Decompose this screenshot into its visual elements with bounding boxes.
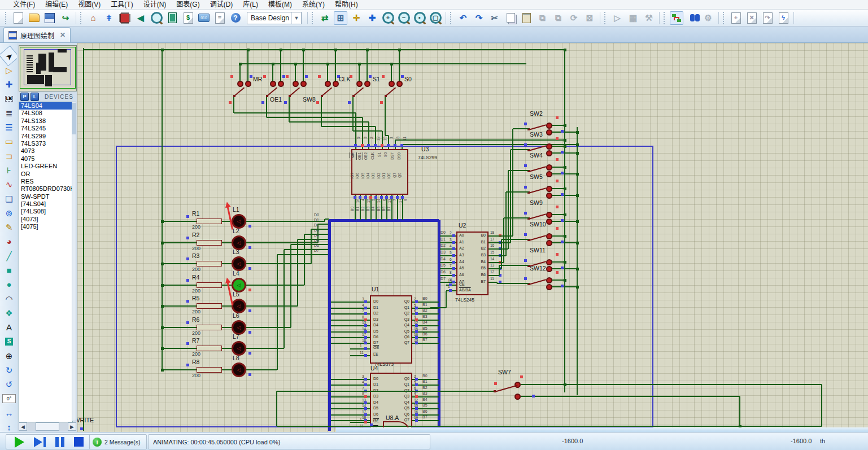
- block-move-icon[interactable]: ⧉: [551, 11, 565, 25]
- switch-SW10[interactable]: [525, 230, 565, 247]
- device-list-item[interactable]: RT0805DRD0730K: [19, 185, 72, 193]
- buses-mode-icon[interactable]: ☰: [2, 120, 16, 135]
- dropdown-arrow-icon[interactable]: ▼: [291, 12, 301, 24]
- menu-item-10[interactable]: 帮助(H): [330, 0, 363, 9]
- symbol-2d-mode-icon[interactable]: S: [2, 334, 16, 349]
- menu-item-1[interactable]: 编辑(E): [40, 0, 73, 9]
- led-L3[interactable]: ◁: [232, 256, 246, 271]
- tab-close-icon[interactable]: ✕: [60, 31, 66, 39]
- resistor-R6[interactable]: [197, 325, 222, 330]
- led-L7[interactable]: ◁: [232, 341, 246, 356]
- canvas-bottom-strip[interactable]: [336, 427, 868, 432]
- junction-dot-mode-icon[interactable]: ✚: [2, 77, 16, 92]
- switch-SW5[interactable]: [525, 182, 565, 199]
- rotate-cw-icon[interactable]: ↻: [2, 363, 16, 378]
- device-list-item[interactable]: LED-GREEN: [19, 163, 72, 170]
- electrical-rule-check-icon[interactable]: ϟ: [777, 11, 790, 25]
- property-assignment-icon[interactable]: ⚙: [701, 11, 715, 25]
- pcb-layout-icon[interactable]: [118, 11, 132, 25]
- led-L8[interactable]: ◁: [232, 362, 246, 377]
- marker-2d-mode-icon[interactable]: ⊕: [2, 348, 16, 363]
- device-list-item[interactable]: 74LS245: [19, 125, 72, 132]
- device-list-item[interactable]: SW-SPDT: [19, 193, 72, 200]
- device-list[interactable]: 74LS0474LS0874LS13874LS24574LS29974LS373…: [19, 102, 73, 422]
- import-project-icon[interactable]: ↪: [59, 11, 72, 25]
- scroll-right-button[interactable]: ▶: [68, 422, 76, 431]
- resistor-R5[interactable]: [197, 303, 222, 309]
- design-selector-dropdown[interactable]: Base Design▼: [247, 12, 302, 24]
- message-count[interactable]: 2 Message(s): [104, 439, 141, 445]
- panel-scroll-thumb[interactable]: [36, 422, 59, 431]
- switch-SW12[interactable]: [525, 274, 565, 291]
- device-list-item[interactable]: [4075]: [19, 223, 72, 230]
- resistor-R1[interactable]: [197, 219, 222, 224]
- zoom-out-icon[interactable]: −: [397, 11, 411, 25]
- device-list-item[interactable]: [74LS04]: [19, 200, 72, 208]
- menu-item-8[interactable]: 模板(M): [263, 0, 297, 9]
- device-list-item[interactable]: 74LS08: [19, 110, 72, 117]
- new-sheet-icon[interactable]: +: [729, 11, 743, 25]
- design-explorer-icon[interactable]: [165, 11, 179, 25]
- panel-horizontal-scrollbar[interactable]: ◀ ▶: [19, 422, 76, 431]
- cut-icon[interactable]: ✂: [488, 11, 501, 25]
- open-design-icon[interactable]: [27, 11, 41, 25]
- pick-device-icon[interactable]: ▷: [610, 11, 624, 25]
- redraw-icon[interactable]: ⇄: [318, 11, 332, 25]
- save-design-icon[interactable]: [43, 11, 56, 25]
- pan-icon[interactable]: ✚: [365, 11, 379, 25]
- box-2d-mode-icon[interactable]: ■: [2, 263, 16, 278]
- grid-toggle-icon[interactable]: ⊞: [334, 11, 347, 25]
- device-list-scrollbar[interactable]: [72, 102, 76, 421]
- menu-item-3[interactable]: 工具(T): [106, 0, 138, 9]
- overview-minimap[interactable]: [19, 45, 77, 91]
- menu-item-6[interactable]: 调试(D): [205, 0, 238, 9]
- wire-label-mode-icon[interactable]: LB: [2, 91, 16, 106]
- resistor-R3[interactable]: [197, 261, 222, 266]
- component-mode-icon[interactable]: ▷: [2, 63, 16, 77]
- text-script-mode-icon[interactable]: ≣: [2, 106, 16, 120]
- decompose-icon[interactable]: ⚒: [642, 11, 656, 25]
- gerber-viewer-icon[interactable]: [150, 11, 163, 25]
- menu-item-2[interactable]: 视图(V): [73, 0, 106, 9]
- wire-autorouter-icon[interactable]: [670, 11, 683, 25]
- line-2d-mode-icon[interactable]: ╱: [2, 248, 16, 263]
- 3d-visualizer-icon[interactable]: ◀: [134, 11, 147, 25]
- schematic-canvas[interactable]: MROE1SW8CLKS1S0R1200◁L1D0R2200◁L2D1R3200…: [77, 43, 868, 432]
- device-list-scroll-thumb[interactable]: [72, 103, 76, 134]
- generator-mode-icon[interactable]: ⊚: [2, 206, 16, 220]
- copy-icon[interactable]: [504, 11, 517, 25]
- zoom-area-icon[interactable]: ▢: [429, 11, 442, 25]
- play-button[interactable]: [15, 436, 24, 448]
- resistor-R2[interactable]: [197, 240, 222, 246]
- device-list-item[interactable]: [4073]: [19, 216, 72, 223]
- origin-icon[interactable]: ✛: [350, 11, 363, 25]
- pick-parts-button[interactable]: P: [20, 93, 29, 101]
- message-segment[interactable]: i 2 Message(s): [89, 434, 147, 449]
- rotate-ccw-icon[interactable]: ↺: [2, 377, 16, 392]
- device-list-item[interactable]: RES: [19, 178, 72, 185]
- device-list-item[interactable]: [74LS08]: [19, 208, 72, 215]
- zoom-all-icon[interactable]: ▪: [413, 11, 426, 25]
- paste-icon[interactable]: [520, 11, 533, 25]
- menu-item-5[interactable]: 图表(G): [171, 0, 204, 9]
- arc-2d-mode-icon[interactable]: ◠: [2, 291, 16, 306]
- menu-item-9[interactable]: 系统(Y): [297, 0, 330, 9]
- block-copy-icon[interactable]: ⧉: [535, 11, 549, 25]
- block-delete-icon[interactable]: ⊠: [583, 11, 596, 25]
- bill-of-materials-icon[interactable]: $: [181, 11, 195, 25]
- device-list-item[interactable]: 4075: [19, 155, 72, 163]
- resistor-R7[interactable]: [197, 346, 222, 351]
- device-list-item[interactable]: OR: [19, 171, 72, 178]
- project-notes-icon[interactable]: ≡: [213, 11, 226, 25]
- device-list-item[interactable]: 74LS299: [19, 133, 72, 140]
- new-design-icon[interactable]: [11, 11, 25, 25]
- mirror-horizontal-icon[interactable]: ↔: [2, 406, 16, 421]
- visual-designer-icon[interactable]: 010: [197, 11, 211, 25]
- goto-sheet-icon[interactable]: ↷: [761, 11, 774, 25]
- make-device-icon[interactable]: ▦: [626, 11, 640, 25]
- voltage-probe-mode-icon[interactable]: ✎: [2, 220, 16, 235]
- tab-schematic-capture[interactable]: 原理图绘制 ✕: [3, 27, 71, 42]
- path-2d-mode-icon[interactable]: ❖: [2, 305, 16, 320]
- step-button[interactable]: [34, 437, 46, 447]
- rotate-angle-field[interactable]: 0°: [2, 394, 16, 403]
